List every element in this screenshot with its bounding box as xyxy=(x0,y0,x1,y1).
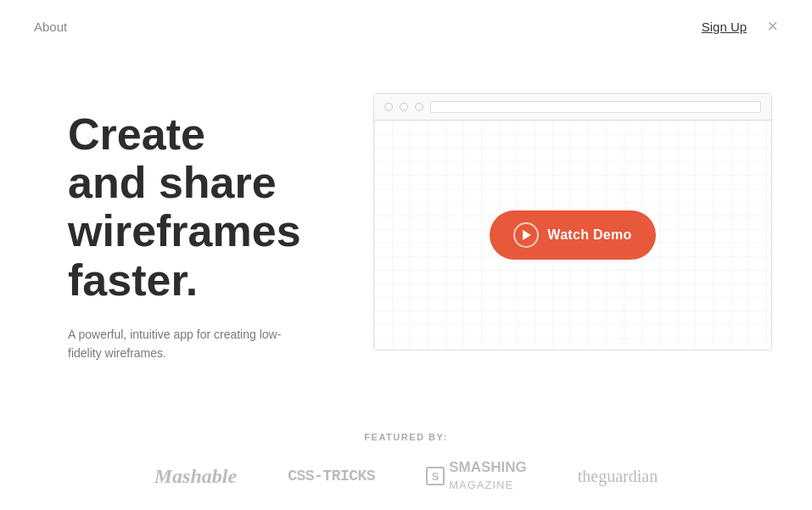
featured-label: FEATURED BY: xyxy=(364,432,447,442)
headline-line1: Create xyxy=(68,109,205,159)
browser-content: Watch Demo xyxy=(374,120,771,350)
watch-demo-button[interactable]: Watch Demo xyxy=(490,210,655,260)
headline-line2: and share xyxy=(68,158,277,207)
featured-section: FEATURED BY: Mashable CSS-TRICKS S SMASH… xyxy=(0,432,812,493)
headline-line3: wireframes xyxy=(68,206,301,255)
logo-smashing: S SMASHINGMAGAZINE xyxy=(426,459,527,493)
browser-dot-3 xyxy=(415,103,423,111)
watch-demo-label: Watch Demo xyxy=(547,227,631,243)
headline-line4: faster. xyxy=(68,255,198,305)
smashing-icon: S xyxy=(426,467,445,485)
browser-bar xyxy=(374,94,771,120)
logo-mashable: Mashable xyxy=(154,465,237,488)
smashing-text: SMASHINGMAGAZINE xyxy=(449,459,527,493)
headline: Create and share wireframes faster. xyxy=(68,110,339,305)
browser-mockup: Watch Demo xyxy=(373,93,772,350)
main-content: Create and share wireframes faster. A po… xyxy=(0,25,812,397)
left-content: Create and share wireframes faster. A po… xyxy=(68,93,339,363)
play-icon xyxy=(513,222,539,248)
watch-demo-overlay: Watch Demo xyxy=(374,120,771,350)
browser-url-bar xyxy=(430,101,761,113)
logo-csstricks: CSS-TRICKS xyxy=(288,468,375,485)
featured-logos: Mashable CSS-TRICKS S SMASHINGMAGAZINE t… xyxy=(154,459,658,493)
play-triangle xyxy=(523,230,531,240)
browser-dot-2 xyxy=(400,103,408,111)
logo-guardian: theguardian xyxy=(578,467,658,486)
subtext: A powerful, intuitive app for creating l… xyxy=(68,325,305,363)
browser-dot-1 xyxy=(384,103,393,111)
